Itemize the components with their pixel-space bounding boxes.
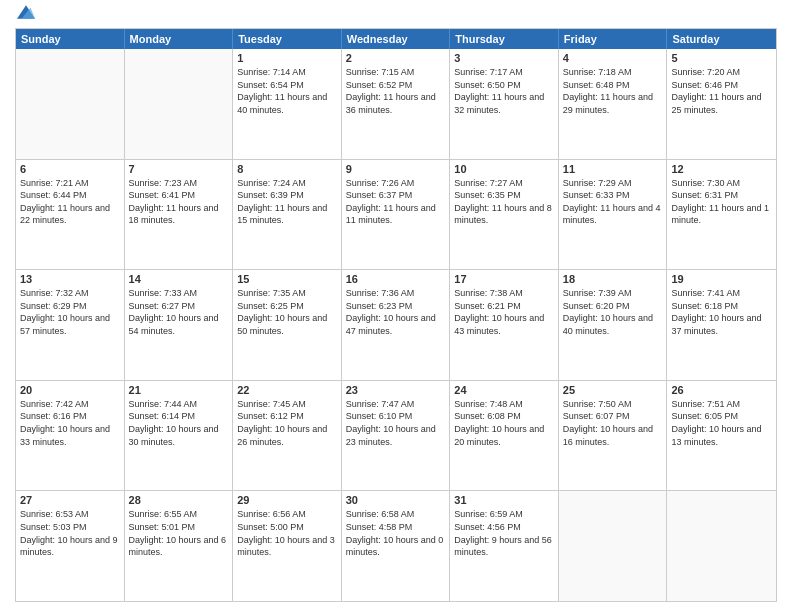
day-cell-6: 6Sunrise: 7:21 AMSunset: 6:44 PMDaylight… (16, 160, 125, 270)
day-info: Sunrise: 7:51 AMSunset: 6:05 PMDaylight:… (671, 398, 772, 448)
header-day-monday: Monday (125, 29, 234, 49)
header-day-saturday: Saturday (667, 29, 776, 49)
day-number: 24 (454, 384, 554, 396)
day-cell-7: 7Sunrise: 7:23 AMSunset: 6:41 PMDaylight… (125, 160, 234, 270)
day-cell-24: 24Sunrise: 7:48 AMSunset: 6:08 PMDayligh… (450, 381, 559, 491)
day-number: 5 (671, 52, 772, 64)
day-number: 10 (454, 163, 554, 175)
day-info: Sunrise: 7:47 AMSunset: 6:10 PMDaylight:… (346, 398, 446, 448)
day-info: Sunrise: 7:38 AMSunset: 6:21 PMDaylight:… (454, 287, 554, 337)
day-number: 17 (454, 273, 554, 285)
calendar: SundayMondayTuesdayWednesdayThursdayFrid… (15, 28, 777, 602)
header-day-sunday: Sunday (16, 29, 125, 49)
day-cell-18: 18Sunrise: 7:39 AMSunset: 6:20 PMDayligh… (559, 270, 668, 380)
day-number: 25 (563, 384, 663, 396)
day-info: Sunrise: 6:58 AMSunset: 4:58 PMDaylight:… (346, 508, 446, 558)
calendar-body: 1Sunrise: 7:14 AMSunset: 6:54 PMDaylight… (16, 49, 776, 601)
day-number: 16 (346, 273, 446, 285)
day-info: Sunrise: 7:41 AMSunset: 6:18 PMDaylight:… (671, 287, 772, 337)
header-day-friday: Friday (559, 29, 668, 49)
day-info: Sunrise: 7:14 AMSunset: 6:54 PMDaylight:… (237, 66, 337, 116)
week-row-2: 13Sunrise: 7:32 AMSunset: 6:29 PMDayligh… (16, 270, 776, 381)
day-number: 3 (454, 52, 554, 64)
day-info: Sunrise: 7:33 AMSunset: 6:27 PMDaylight:… (129, 287, 229, 337)
day-cell-20: 20Sunrise: 7:42 AMSunset: 6:16 PMDayligh… (16, 381, 125, 491)
day-cell-22: 22Sunrise: 7:45 AMSunset: 6:12 PMDayligh… (233, 381, 342, 491)
day-cell-21: 21Sunrise: 7:44 AMSunset: 6:14 PMDayligh… (125, 381, 234, 491)
day-info: Sunrise: 7:39 AMSunset: 6:20 PMDaylight:… (563, 287, 663, 337)
day-number: 18 (563, 273, 663, 285)
day-number: 30 (346, 494, 446, 506)
day-info: Sunrise: 7:36 AMSunset: 6:23 PMDaylight:… (346, 287, 446, 337)
empty-cell (667, 491, 776, 601)
day-info: Sunrise: 7:21 AMSunset: 6:44 PMDaylight:… (20, 177, 120, 227)
day-number: 31 (454, 494, 554, 506)
day-info: Sunrise: 6:56 AMSunset: 5:00 PMDaylight:… (237, 508, 337, 558)
day-info: Sunrise: 7:29 AMSunset: 6:33 PMDaylight:… (563, 177, 663, 227)
day-number: 14 (129, 273, 229, 285)
day-number: 2 (346, 52, 446, 64)
day-info: Sunrise: 7:15 AMSunset: 6:52 PMDaylight:… (346, 66, 446, 116)
day-cell-29: 29Sunrise: 6:56 AMSunset: 5:00 PMDayligh… (233, 491, 342, 601)
week-row-4: 27Sunrise: 6:53 AMSunset: 5:03 PMDayligh… (16, 491, 776, 601)
day-info: Sunrise: 7:27 AMSunset: 6:35 PMDaylight:… (454, 177, 554, 227)
week-row-3: 20Sunrise: 7:42 AMSunset: 6:16 PMDayligh… (16, 381, 776, 492)
day-info: Sunrise: 7:35 AMSunset: 6:25 PMDaylight:… (237, 287, 337, 337)
day-number: 6 (20, 163, 120, 175)
day-cell-4: 4Sunrise: 7:18 AMSunset: 6:48 PMDaylight… (559, 49, 668, 159)
calendar-header: SundayMondayTuesdayWednesdayThursdayFrid… (16, 29, 776, 49)
day-info: Sunrise: 7:23 AMSunset: 6:41 PMDaylight:… (129, 177, 229, 227)
day-info: Sunrise: 7:24 AMSunset: 6:39 PMDaylight:… (237, 177, 337, 227)
day-cell-30: 30Sunrise: 6:58 AMSunset: 4:58 PMDayligh… (342, 491, 451, 601)
day-cell-9: 9Sunrise: 7:26 AMSunset: 6:37 PMDaylight… (342, 160, 451, 270)
logo (15, 14, 35, 22)
day-number: 28 (129, 494, 229, 506)
day-cell-25: 25Sunrise: 7:50 AMSunset: 6:07 PMDayligh… (559, 381, 668, 491)
day-info: Sunrise: 7:26 AMSunset: 6:37 PMDaylight:… (346, 177, 446, 227)
day-cell-1: 1Sunrise: 7:14 AMSunset: 6:54 PMDaylight… (233, 49, 342, 159)
day-number: 15 (237, 273, 337, 285)
day-info: Sunrise: 7:44 AMSunset: 6:14 PMDaylight:… (129, 398, 229, 448)
day-number: 21 (129, 384, 229, 396)
day-info: Sunrise: 7:20 AMSunset: 6:46 PMDaylight:… (671, 66, 772, 116)
header-day-wednesday: Wednesday (342, 29, 451, 49)
day-info: Sunrise: 6:53 AMSunset: 5:03 PMDaylight:… (20, 508, 120, 558)
week-row-0: 1Sunrise: 7:14 AMSunset: 6:54 PMDaylight… (16, 49, 776, 160)
empty-cell (559, 491, 668, 601)
day-info: Sunrise: 7:18 AMSunset: 6:48 PMDaylight:… (563, 66, 663, 116)
empty-cell (16, 49, 125, 159)
day-info: Sunrise: 7:45 AMSunset: 6:12 PMDaylight:… (237, 398, 337, 448)
day-number: 27 (20, 494, 120, 506)
day-number: 19 (671, 273, 772, 285)
day-cell-2: 2Sunrise: 7:15 AMSunset: 6:52 PMDaylight… (342, 49, 451, 159)
day-cell-13: 13Sunrise: 7:32 AMSunset: 6:29 PMDayligh… (16, 270, 125, 380)
day-number: 22 (237, 384, 337, 396)
day-info: Sunrise: 7:17 AMSunset: 6:50 PMDaylight:… (454, 66, 554, 116)
day-info: Sunrise: 6:59 AMSunset: 4:56 PMDaylight:… (454, 508, 554, 558)
day-cell-3: 3Sunrise: 7:17 AMSunset: 6:50 PMDaylight… (450, 49, 559, 159)
day-cell-26: 26Sunrise: 7:51 AMSunset: 6:05 PMDayligh… (667, 381, 776, 491)
day-number: 12 (671, 163, 772, 175)
day-cell-17: 17Sunrise: 7:38 AMSunset: 6:21 PMDayligh… (450, 270, 559, 380)
day-cell-12: 12Sunrise: 7:30 AMSunset: 6:31 PMDayligh… (667, 160, 776, 270)
day-number: 8 (237, 163, 337, 175)
day-info: Sunrise: 7:30 AMSunset: 6:31 PMDaylight:… (671, 177, 772, 227)
day-number: 9 (346, 163, 446, 175)
day-number: 26 (671, 384, 772, 396)
day-cell-5: 5Sunrise: 7:20 AMSunset: 6:46 PMDaylight… (667, 49, 776, 159)
day-cell-23: 23Sunrise: 7:47 AMSunset: 6:10 PMDayligh… (342, 381, 451, 491)
day-cell-10: 10Sunrise: 7:27 AMSunset: 6:35 PMDayligh… (450, 160, 559, 270)
day-info: Sunrise: 7:50 AMSunset: 6:07 PMDaylight:… (563, 398, 663, 448)
day-info: Sunrise: 7:48 AMSunset: 6:08 PMDaylight:… (454, 398, 554, 448)
day-number: 11 (563, 163, 663, 175)
day-cell-31: 31Sunrise: 6:59 AMSunset: 4:56 PMDayligh… (450, 491, 559, 601)
header-day-tuesday: Tuesday (233, 29, 342, 49)
day-number: 20 (20, 384, 120, 396)
day-info: Sunrise: 7:42 AMSunset: 6:16 PMDaylight:… (20, 398, 120, 448)
header-day-thursday: Thursday (450, 29, 559, 49)
day-number: 23 (346, 384, 446, 396)
day-cell-27: 27Sunrise: 6:53 AMSunset: 5:03 PMDayligh… (16, 491, 125, 601)
day-number: 13 (20, 273, 120, 285)
day-cell-14: 14Sunrise: 7:33 AMSunset: 6:27 PMDayligh… (125, 270, 234, 380)
day-number: 4 (563, 52, 663, 64)
